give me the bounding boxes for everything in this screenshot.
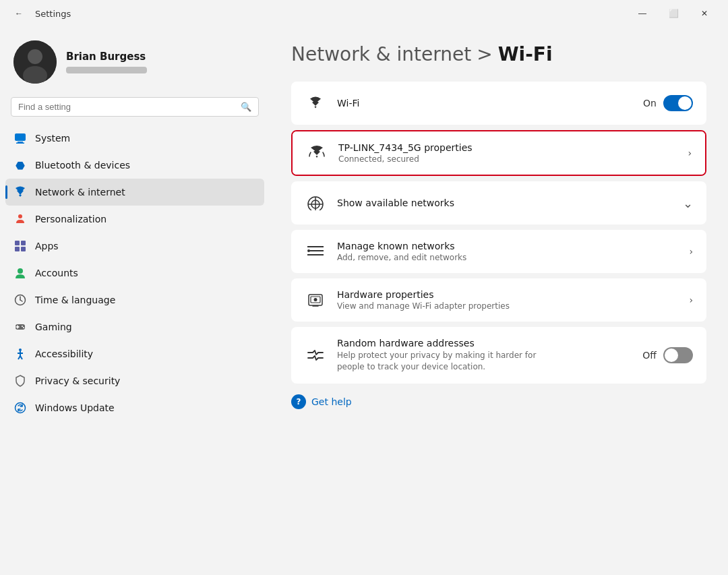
- svg-point-20: [22, 326, 23, 327]
- get-help-label: Get help: [311, 396, 352, 407]
- wifi-toggle-row[interactable]: Wi-Fi On: [291, 82, 706, 125]
- sidebar-label-network: Network & internet: [35, 187, 125, 198]
- accessibility-icon: [13, 347, 27, 361]
- hardware-icon: [305, 289, 326, 311]
- hardware-properties-right: ›: [689, 295, 693, 305]
- manage-networks-icon: [305, 241, 326, 262]
- connected-network-content: TP-LINK_7434_5G properties Connected, se…: [338, 142, 677, 164]
- random-hw-row[interactable]: Random hardware addresses Help protect y…: [291, 327, 706, 384]
- hardware-properties-card: Hardware properties View and manage Wi-F…: [291, 278, 706, 322]
- minimize-button[interactable]: —: [627, 3, 658, 24]
- hardware-properties-title: Hardware properties: [337, 289, 678, 300]
- user-email-bar: [66, 67, 147, 73]
- svg-point-22: [19, 349, 22, 351]
- breadcrumb: Network & internet > Wi-Fi: [291, 43, 706, 65]
- connected-network-title: TP-LINK_7434_5G properties: [338, 142, 677, 153]
- sidebar-label-personalization: Personalization: [35, 214, 107, 224]
- random-hw-state-label: Off: [642, 350, 657, 361]
- wifi-toggle-right: On: [643, 95, 693, 111]
- wifi-toggle-label: Wi-Fi: [337, 98, 632, 109]
- avatar: [13, 40, 57, 84]
- available-networks-card: Show available networks ⌄: [291, 181, 706, 224]
- random-hw-title: Random hardware addresses: [337, 338, 632, 349]
- get-help[interactable]: ? Get help: [291, 394, 706, 409]
- svg-rect-11: [21, 247, 26, 251]
- svg-line-26: [20, 356, 22, 359]
- sidebar-item-bluetooth[interactable]: ⬣ Bluetooth & devices: [5, 152, 264, 179]
- close-button[interactable]: ✕: [689, 3, 720, 24]
- connected-network-row[interactable]: TP-LINK_7434_5G properties Connected, se…: [293, 131, 705, 175]
- random-hw-right: Off: [642, 347, 693, 363]
- user-info: Brian Burgess: [66, 51, 147, 73]
- available-networks-right: ⌄: [683, 196, 693, 210]
- sidebar-label-update: Windows Update: [35, 402, 115, 413]
- svg-point-1: [28, 49, 42, 64]
- sidebar-item-gaming[interactable]: Gaming: [5, 313, 264, 340]
- privacy-icon: [13, 374, 27, 388]
- wifi-toggle-card: Wi-Fi On: [291, 82, 706, 125]
- hardware-properties-content: Hardware properties View and manage Wi-F…: [337, 289, 678, 311]
- wifi-state-label: On: [643, 98, 657, 109]
- sidebar-label-gaming: Gaming: [35, 322, 72, 332]
- random-hw-content: Random hardware addresses Help protect y…: [337, 338, 632, 373]
- sidebar: Brian Burgess 🔍 System ⬣: [0, 27, 270, 575]
- titlebar-left: ← Settings: [8, 3, 71, 24]
- maximize-button[interactable]: ⬜: [658, 3, 689, 24]
- svg-point-7: [18, 214, 22, 218]
- sidebar-label-accounts: Accounts: [35, 268, 78, 278]
- available-chevron-icon: ⌄: [683, 196, 693, 210]
- back-button[interactable]: ←: [8, 3, 30, 24]
- svg-point-12: [18, 268, 23, 274]
- manage-networks-row[interactable]: Manage known networks Add, remove, and e…: [291, 230, 706, 273]
- sidebar-item-update[interactable]: Windows Update: [5, 394, 264, 421]
- wifi-toggle[interactable]: [663, 95, 693, 111]
- sidebar-item-accounts[interactable]: Accounts: [5, 260, 264, 286]
- sidebar-item-time[interactable]: Time & language: [5, 286, 264, 313]
- sidebar-item-personalization[interactable]: Personalization: [5, 206, 264, 233]
- update-icon: [13, 401, 27, 415]
- manage-networks-card: Manage known networks Add, remove, and e…: [291, 230, 706, 273]
- sidebar-item-system[interactable]: System: [5, 125, 264, 152]
- wifi-icon: [305, 92, 326, 114]
- manage-networks-right: ›: [689, 246, 693, 257]
- random-hw-icon: [305, 344, 326, 366]
- manage-networks-content: Manage known networks Add, remove, and e…: [337, 241, 678, 262]
- svg-rect-9: [21, 241, 26, 245]
- wifi-toggle-thumb: [678, 96, 692, 110]
- nav-list: System ⬣ Bluetooth & devices Network: [0, 125, 270, 575]
- random-hw-subtitle: Help protect your privacy by making it h…: [337, 350, 553, 373]
- connected-network-card[interactable]: TP-LINK_7434_5G properties Connected, se…: [291, 130, 706, 176]
- sidebar-label-system: System: [35, 133, 70, 144]
- app-title: Settings: [35, 9, 71, 19]
- accounts-icon: [13, 266, 27, 280]
- sidebar-item-accessibility[interactable]: Accessibility: [5, 340, 264, 367]
- available-networks-icon: [305, 192, 326, 214]
- time-icon: [13, 293, 27, 307]
- sidebar-item-privacy[interactable]: Privacy & security: [5, 367, 264, 394]
- search-box[interactable]: 🔍: [11, 97, 259, 117]
- sidebar-label-time: Time & language: [35, 295, 115, 305]
- svg-point-21: [23, 327, 24, 328]
- svg-rect-3: [15, 133, 26, 141]
- available-networks-content: Show available networks: [337, 198, 672, 208]
- random-hw-card: Random hardware addresses Help protect y…: [291, 327, 706, 384]
- sidebar-item-apps[interactable]: Apps: [5, 233, 264, 260]
- random-hw-toggle[interactable]: [663, 347, 693, 363]
- available-networks-title: Show available networks: [337, 198, 672, 208]
- sidebar-label-bluetooth: Bluetooth & devices: [35, 160, 130, 171]
- search-input[interactable]: [18, 102, 235, 112]
- titlebar-controls: — ⬜ ✕: [627, 3, 720, 24]
- available-networks-row[interactable]: Show available networks ⌄: [291, 181, 706, 224]
- hardware-properties-row[interactable]: Hardware properties View and manage Wi-F…: [291, 278, 706, 322]
- random-hw-toggle-thumb: [665, 349, 678, 362]
- app-container: Brian Burgess 🔍 System ⬣: [0, 27, 728, 575]
- get-help-icon: ?: [291, 394, 306, 409]
- sidebar-item-network[interactable]: Network & internet: [5, 179, 264, 206]
- apps-icon: [13, 239, 27, 253]
- search-icon: 🔍: [241, 102, 251, 112]
- personalization-icon: [13, 212, 27, 226]
- sidebar-label-accessibility: Accessibility: [35, 349, 93, 359]
- wifi-toggle-content: Wi-Fi: [337, 98, 632, 109]
- hardware-chevron-icon: ›: [689, 295, 693, 305]
- user-profile: Brian Burgess: [0, 27, 270, 94]
